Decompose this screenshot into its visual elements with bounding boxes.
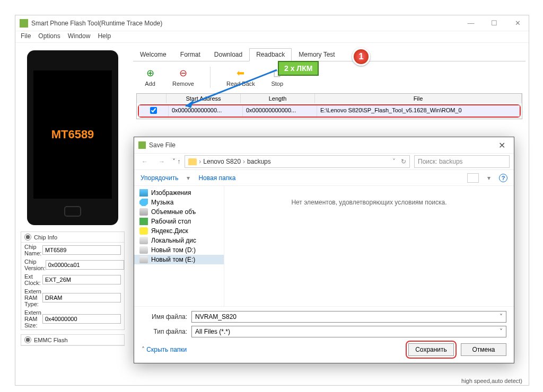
col-addr: Start Address (167, 94, 241, 103)
tree-3d[interactable]: Объемные объ (134, 207, 224, 217)
statusbar: high speed,auto detect) (461, 378, 522, 384)
minus-icon: ⊖ (177, 67, 189, 79)
music-icon (139, 199, 148, 206)
chip-version-field[interactable] (46, 260, 124, 270)
highlighted-row: 0x000000000000... 0x000000000000... E:\L… (138, 104, 521, 118)
tab-readback[interactable]: Readback (249, 48, 292, 61)
disk-icon (139, 256, 148, 263)
chip-info-panel: Chip Info Chip Name: Chip Version: Ext C… (21, 231, 125, 330)
tree-music[interactable]: Музыка (134, 198, 224, 207)
titlebar: Smart Phone Flash Tool(Runtime Trace Mod… (15, 15, 529, 31)
badge-1: 1 (352, 48, 370, 66)
ram-type-field[interactable] (42, 293, 121, 302)
dialog-title: Save File (149, 141, 176, 149)
readback-table: Start Address Length File 0x000000000000… (136, 93, 522, 119)
window-title: Smart Phone Flash Tool(Runtime Trace Mod… (31, 20, 162, 27)
save-button[interactable]: Сохранить (408, 343, 454, 356)
nav-back-icon[interactable]: ← (138, 157, 151, 166)
tree-yandex[interactable]: Яндекс.Диск (134, 226, 224, 236)
tree-disk-e[interactable]: Новый том (E:) (134, 255, 224, 264)
close-button[interactable]: ✕ (511, 19, 524, 27)
tab-bar: Welcome Format Download Readback Memory … (133, 48, 526, 61)
menubar: File Options Window Help (15, 31, 529, 43)
new-folder-button[interactable]: Новая папка (198, 174, 235, 182)
table-row[interactable]: 0x000000000000... 0x000000000000... E:\L… (139, 105, 520, 117)
ram-size-field[interactable] (42, 314, 121, 324)
ext-clock-field[interactable] (42, 275, 121, 284)
gear-icon (24, 234, 31, 240)
tree-local-c[interactable]: Локальный дис (134, 236, 224, 245)
menu-options[interactable]: Options (38, 32, 60, 41)
readback-button[interactable]: ⬅Read Back (226, 67, 255, 88)
tree-images[interactable]: Изображения (134, 188, 224, 198)
help-icon[interactable]: ? (499, 174, 507, 182)
chevron-down-icon[interactable]: ˅ (500, 313, 503, 320)
file-list-area: Нет элементов, удовлетворяющих условиям … (224, 186, 514, 306)
organize-button[interactable]: Упорядочить (141, 174, 178, 182)
separator (210, 67, 211, 88)
emmc-panel: EMMC Flash (21, 334, 125, 346)
search-input[interactable]: Поиск: backups (414, 155, 510, 168)
yandex-icon (139, 227, 148, 235)
disk-icon (139, 237, 148, 244)
nav-up-icon[interactable]: ˅ ↑ (172, 158, 180, 165)
dialog-close-button[interactable]: ✕ (494, 140, 510, 150)
col-file: File (315, 94, 522, 103)
arrow-left-icon: ⬅ (234, 67, 247, 79)
phone-home-button (64, 206, 81, 217)
chip-info-title: Chip Info (34, 234, 57, 240)
row-checkbox[interactable] (150, 107, 157, 114)
row-file: E:\Lenovo S820\SP_Flash_Tool_v5.1628_Win… (317, 105, 520, 117)
toolbar: ⊕Add ⊖Remove ⬅Read Back ◻Stop (133, 61, 526, 93)
menu-help[interactable]: Help (98, 32, 111, 41)
menu-window[interactable]: Window (68, 32, 91, 41)
breadcrumb[interactable]: › Lenovo S820 › backups ˅ ↻ (185, 155, 410, 168)
col-len: Length (241, 94, 315, 103)
maximize-button[interactable]: ☐ (487, 19, 501, 27)
chip-name-label: Chip Name: (24, 244, 42, 256)
nav-forward-icon[interactable]: → (155, 157, 168, 166)
ram-size-label: Extern RAM Size: (24, 309, 42, 328)
view-icon[interactable] (467, 173, 479, 183)
folder-icon (188, 158, 197, 165)
plus-icon: ⊕ (144, 67, 156, 79)
tooltip-dblclick: 2 x ЛКМ (278, 61, 319, 76)
tree-desktop[interactable]: Рабочий стол (134, 217, 224, 226)
desktop-icon (139, 218, 148, 225)
chevron-down-icon[interactable]: ˅ (500, 328, 503, 335)
filetype-label: Тип файла: (142, 328, 187, 335)
menu-file[interactable]: File (21, 32, 31, 41)
save-button-highlight: Сохранить (406, 341, 457, 359)
filename-input[interactable]: NVRAM_S820˅ (191, 311, 506, 323)
tab-format[interactable]: Format (173, 48, 207, 61)
phone-preview: BM MT6589 (27, 50, 118, 225)
gear-icon (24, 336, 31, 343)
tree-disk-d[interactable]: Новый том (D:) (134, 245, 224, 255)
cube-icon (139, 208, 148, 216)
ext-clock-label: Ext Clock: (24, 273, 42, 286)
dialog-nav: ← → ˅ ↑ › Lenovo S820 › backups ˅ ↻ Поис… (134, 153, 514, 170)
chip-name-field[interactable] (42, 245, 121, 255)
row-addr: 0x000000000000... (169, 105, 243, 117)
row-len: 0x000000000000... (243, 105, 317, 117)
tab-welcome[interactable]: Welcome (133, 48, 173, 61)
empty-message: Нет элементов, удовлетворяющих условиям … (291, 199, 446, 206)
filetype-select[interactable]: All Files (*.*)˅ (191, 326, 506, 337)
crumb-1[interactable]: backups (247, 158, 271, 165)
hide-folders-link[interactable]: Скрыть папки (146, 346, 187, 353)
chip-version-label: Chip Version: (24, 259, 46, 271)
ram-type-label: Extern RAM Type: (24, 288, 42, 307)
tab-memtest[interactable]: Memory Test (292, 48, 341, 61)
minimize-button[interactable]: — (464, 19, 478, 27)
tab-download[interactable]: Download (207, 48, 249, 61)
app-icon (20, 19, 28, 28)
filename-label: Имя файла: (142, 313, 187, 320)
remove-button[interactable]: ⊖Remove (172, 67, 194, 88)
col-check (137, 94, 167, 103)
crumb-0[interactable]: Lenovo S820 (203, 158, 241, 165)
dialog-icon (138, 141, 146, 149)
cancel-button[interactable]: Отмена (461, 343, 506, 356)
add-button[interactable]: ⊕Add (144, 67, 156, 88)
folder-tree: Изображения Музыка Объемные объ Рабочий … (134, 186, 224, 306)
chip-label: MT6589 (51, 128, 94, 141)
